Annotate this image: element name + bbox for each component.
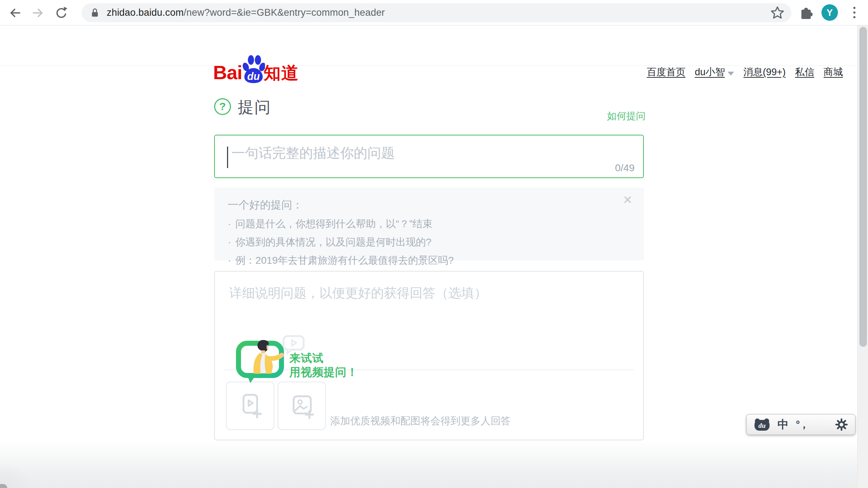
promo-line2: 用视频提问！ (289, 365, 358, 379)
upload-image-button[interactable] (278, 382, 326, 430)
video-promo-text: 来试试 用视频提问！ (289, 351, 358, 379)
top-nav: 百度首页 du小智 消息(99+) 私信 商城 (647, 66, 843, 78)
upload-video-button[interactable] (226, 382, 274, 430)
upload-hint: 添加优质视频和配图将会得到更多人回答 (330, 414, 511, 428)
ime-toolbar: du 中 °， (746, 414, 855, 435)
nav-du-xiaozhi[interactable]: du小智 (695, 66, 734, 78)
scrollbar-track[interactable] (857, 25, 868, 488)
ime-chinese-mode-icon[interactable]: 中 (777, 417, 789, 432)
promo-line1: 来试试 (289, 351, 358, 365)
extensions-icon[interactable] (798, 5, 814, 20)
close-icon[interactable]: ✕ (623, 194, 632, 206)
char-counter: 0/49 (615, 162, 635, 174)
lock-icon (91, 8, 99, 18)
url-text: zhidao.baidu.com/new?word=&ie=GBK&entry=… (107, 7, 385, 18)
question-circle-icon: ? (214, 98, 231, 115)
browser-chrome: zhidao.baidu.com/new?word=&ie=GBK&entry=… (0, 0, 868, 25)
video-upload-icon (235, 391, 266, 421)
logo-du-text: du (247, 71, 260, 82)
logo-zhidao-text: 知道 (264, 64, 299, 82)
question-input-box: 0/49 (214, 135, 644, 178)
tip-item: ·问题是什么，你想得到什么帮助，以“？”结束 (228, 217, 630, 231)
how-to-ask-link[interactable]: 如何提问 (607, 110, 646, 123)
footer-bar: 匿名 提交 (0, 441, 868, 488)
scrollbar-thumb[interactable] (859, 27, 867, 347)
tip-title: 一个好的提问： (228, 198, 630, 212)
address-bar[interactable]: zhidao.baidu.com/new?word=&ie=GBK&entry=… (82, 3, 791, 22)
tip-item: ·你遇到的具体情况，以及问题是何时出现的? (228, 235, 630, 249)
browser-menu-icon[interactable] (847, 5, 862, 20)
url-path: /new?word=&ie=GBK&entry=common_header (184, 7, 385, 18)
ime-gear-icon[interactable] (835, 418, 848, 431)
question-input[interactable] (215, 140, 643, 166)
chevron-down-icon (728, 72, 734, 76)
bookmark-star-icon[interactable] (770, 5, 785, 20)
page-title: 提问 (238, 97, 271, 118)
ime-moon-icon[interactable] (816, 418, 828, 431)
logo-bai-text: Bai (213, 63, 242, 82)
back-icon[interactable] (7, 5, 23, 21)
image-upload-icon (286, 391, 317, 421)
tip-item: ·例：2019年去甘肃旅游有什么最值得去的景区吗? (228, 254, 630, 267)
avatar[interactable]: Y (821, 4, 838, 21)
url-domain: zhidao.baidu.com (107, 7, 184, 18)
ime-punctuation-icon[interactable]: °， (796, 418, 808, 431)
ime-du-logo-icon[interactable]: du (754, 418, 770, 431)
baidu-paw-icon: du (241, 55, 265, 83)
nav-baidu-home[interactable]: 百度首页 (647, 66, 685, 78)
baidu-zhidao-logo[interactable]: Bai du 知道 (213, 55, 299, 83)
forward-icon[interactable] (30, 5, 46, 21)
site-header: Bai du 知道 百度首页 du小智 消息(99+) 私信 商城 (0, 25, 868, 66)
nav-messages[interactable]: 消息(99+) (743, 66, 786, 78)
corner-artifact (0, 459, 47, 488)
tip-box: 一个好的提问： ·问题是什么，你想得到什么帮助，以“？”结束 ·你遇到的具体情况… (214, 188, 644, 260)
svg-text:du: du (758, 422, 766, 429)
reload-icon[interactable] (53, 5, 69, 21)
detail-input-box: 来试试 用视频提问！ 添加优质视频和配图将会得到更多人回答 (214, 271, 644, 440)
nav-mall[interactable]: 商城 (824, 66, 843, 78)
nav-private-messages[interactable]: 私信 (795, 66, 814, 78)
video-promo-illustration (236, 338, 289, 388)
